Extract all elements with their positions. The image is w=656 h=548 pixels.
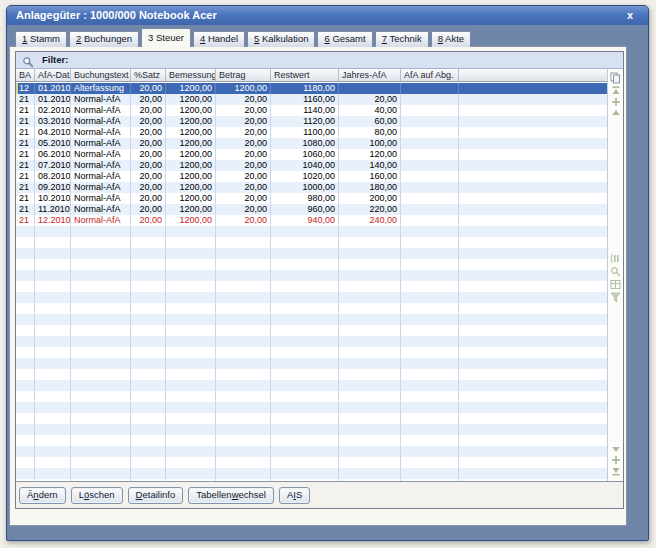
search-icon[interactable] [610, 266, 621, 277]
cell-jahres_afa [339, 413, 401, 424]
grid-row[interactable]: 2111.2010Normal-AfA20,001200,0020,00960,… [16, 204, 607, 215]
cell-betrag [216, 281, 271, 292]
cell-jahres_afa [339, 336, 401, 347]
aendern-button[interactable]: Ändern [19, 487, 66, 504]
col-header-satz[interactable]: %Satz [131, 69, 166, 81]
afa-grid: Filter: BAAfA-DatBuchungstext%SatzBemess… [16, 52, 623, 482]
grid-row[interactable]: 1201.2010Alterfassung20,001200,001200,00… [16, 83, 607, 94]
cell-jahres_afa: 220,00 [339, 204, 401, 215]
grid-row[interactable]: 2110.2010Normal-AfA20,001200,0020,00980,… [16, 193, 607, 204]
grid-row-empty [16, 424, 607, 435]
scroll-first-icon[interactable] [611, 86, 621, 95]
cell-afa_abg [401, 204, 459, 215]
cell-satz [131, 369, 166, 380]
cell-restwert: 980,00 [271, 193, 339, 204]
page-down-icon[interactable] [611, 455, 621, 465]
grid-row[interactable]: 2102.2010Normal-AfA20,001200,0020,001140… [16, 105, 607, 116]
col-header-jahres_afa[interactable]: Jahres-AfA [339, 69, 401, 81]
col-header-betrag[interactable]: Betrag [216, 69, 271, 81]
grid-side-toolbar[interactable] [607, 69, 623, 481]
cell-betrag [216, 314, 271, 325]
page-up-icon[interactable] [611, 97, 621, 107]
cell-bemessung [166, 369, 216, 380]
cell-satz: 20,00 [131, 127, 166, 138]
cell-satz [131, 413, 166, 424]
cell-ba: 21 [16, 127, 35, 138]
cell-bemessung: 1200,00 [166, 149, 216, 160]
tab-akte[interactable]: 8 Akte [431, 31, 471, 47]
tab-buchungen[interactable]: 2 Buchungen [69, 31, 139, 47]
cell-afa_abg [401, 314, 459, 325]
cell-bemessung [166, 281, 216, 292]
cell-betrag [216, 336, 271, 347]
cell-satz [131, 457, 166, 468]
tab-technik[interactable]: 7 Technik [375, 31, 429, 47]
cell-ba: 12 [16, 83, 35, 94]
col-header-bemessung[interactable]: Bemessung [166, 69, 216, 81]
cell-restwert [271, 446, 339, 457]
tab-handel[interactable]: 4 Handel [193, 31, 245, 47]
grid-row[interactable]: 2112.2010Normal-AfA20,001200,0020,00940,… [16, 215, 607, 226]
cell-filler [459, 171, 607, 182]
cell-ba [16, 479, 35, 481]
tabellenwechsel-button[interactable]: Tabellenwechsel [188, 487, 274, 504]
cell-filler [459, 358, 607, 369]
cell-satz: 20,00 [131, 94, 166, 105]
grid-row[interactable]: 2109.2010Normal-AfA20,001200,0020,001000… [16, 182, 607, 193]
cell-satz [131, 325, 166, 336]
scroll-last-icon[interactable] [611, 467, 621, 476]
grid-row[interactable]: 2101.2010Normal-AfA20,001200,0020,001160… [16, 94, 607, 105]
up-icon[interactable] [611, 109, 621, 116]
cell-satz [131, 391, 166, 402]
cell-satz [131, 435, 166, 446]
cell-buchungstext: Normal-AfA [71, 193, 131, 204]
grid-row-empty [16, 325, 607, 336]
cell-afa_dat [35, 391, 71, 402]
cell-bemessung [166, 457, 216, 468]
grid-row[interactable]: 2106.2010Normal-AfA20,001200,0020,001060… [16, 149, 607, 160]
cell-afa_dat [35, 358, 71, 369]
cell-bemessung [166, 446, 216, 457]
tab-kalkulation[interactable]: 5 Kalkulation [247, 31, 315, 47]
grid-row-empty [16, 391, 607, 402]
cell-bemessung: 1200,00 [166, 215, 216, 226]
cell-restwert [271, 424, 339, 435]
tab-gesamt[interactable]: 6 Gesamt [317, 31, 372, 47]
cell-betrag [216, 358, 271, 369]
cell-betrag: 1200,00 [216, 83, 271, 94]
cell-jahres_afa [339, 237, 401, 248]
col-header-buchungstext[interactable]: Buchungstext [71, 69, 131, 81]
cell-ba: 21 [16, 149, 35, 160]
grid-rows: 1201.2010Alterfassung20,001200,001200,00… [16, 83, 607, 481]
detailinfo-button[interactable]: Detailinfo [128, 487, 184, 504]
columns-icon[interactable] [610, 253, 621, 264]
filter-funnel-icon[interactable] [610, 292, 621, 303]
close-icon[interactable]: x [627, 6, 633, 25]
col-header-restwert[interactable]: Restwert [271, 69, 339, 81]
grid-row-empty [16, 468, 607, 479]
cell-restwert [271, 402, 339, 413]
table-icon[interactable] [610, 279, 621, 290]
col-header-afa_dat[interactable]: AfA-Dat [35, 69, 71, 81]
cell-afa_dat [35, 479, 71, 481]
cell-afa_dat: 01.2010 [35, 83, 71, 94]
grid-row[interactable]: 2108.2010Normal-AfA20,001200,0020,001020… [16, 171, 607, 182]
filter-bar[interactable]: Filter: [16, 52, 623, 69]
down-icon[interactable] [611, 446, 621, 453]
cell-jahres_afa [339, 325, 401, 336]
tab-stamm[interactable]: 1 Stamm [15, 31, 67, 47]
grid-row[interactable]: 2107.2010Normal-AfA20,001200,0020,001040… [16, 160, 607, 171]
cell-restwert: 1160,00 [271, 94, 339, 105]
grid-row[interactable]: 2105.2010Normal-AfA20,001200,0020,001080… [16, 138, 607, 149]
grid-row[interactable]: 2103.2010Normal-AfA20,001200,0020,001120… [16, 116, 607, 127]
grid-row[interactable]: 2104.2010Normal-AfA20,001200,0020,001100… [16, 127, 607, 138]
cell-restwert [271, 325, 339, 336]
col-header-ba[interactable]: BA [16, 69, 35, 81]
loeschen-button[interactable]: Löschen [71, 487, 123, 504]
titlebar[interactable]: Anlagegüter : 1000/000 Notebook Acer x [7, 6, 648, 25]
col-header-afa_abg[interactable]: AfA auf Abg. [401, 69, 459, 81]
tab-steuer[interactable]: 3 Steuer [141, 28, 191, 47]
cell-afa_abg [401, 160, 459, 171]
ais-button[interactable]: AIS [279, 487, 310, 504]
cell-restwert [271, 468, 339, 479]
